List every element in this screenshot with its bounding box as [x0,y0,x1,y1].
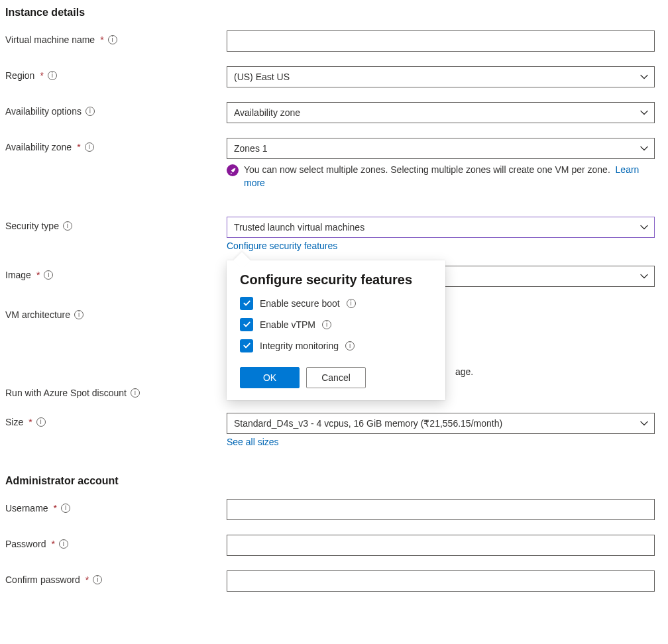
required-star: * [40,70,43,81]
chevron-down-icon [640,108,649,117]
chevron-down-icon [640,144,649,153]
required-star: * [51,539,54,549]
vm-name-input[interactable] [227,30,655,52]
zones-hint-text: You can now select multiple zones. Selec… [244,164,610,175]
required-star: * [36,270,40,280]
configure-security-callout: Configure security features Enable secur… [227,260,445,400]
availability-zone-select[interactable]: Zones 1 [227,138,655,159]
info-icon[interactable]: i [59,539,68,549]
info-icon[interactable]: i [48,71,57,80]
arch-hint-peek: age. [455,366,473,377]
info-icon[interactable]: i [108,35,117,44]
vtpm-checkbox[interactable] [240,318,253,331]
configure-security-link[interactable]: Configure security features [227,241,337,251]
label-vm-architecture: VM architecture [5,309,70,320]
secure-boot-checkbox[interactable] [240,297,253,310]
label-password: Password [5,539,46,549]
secure-boot-label: Enable secure boot [260,298,340,309]
required-star: * [77,142,80,152]
callout-title: Configure security features [240,272,432,288]
region-select[interactable]: (US) East US [227,66,655,87]
label-confirm-password: Confirm password [5,574,80,585]
availability-zone-hint: You can now select multiple zones. Selec… [227,163,655,190]
label-size: Size [5,417,23,427]
label-image: Image [5,270,31,280]
required-star: * [54,503,57,513]
availability-zone-value: Zones 1 [234,143,268,154]
availability-options-select[interactable]: Availability zone [227,102,655,123]
label-availability-options: Availability options [5,106,82,117]
chevron-down-icon [640,272,649,281]
info-icon[interactable]: i [61,504,70,513]
info-icon[interactable]: i [322,320,331,329]
chevron-down-icon [640,419,649,428]
required-star: * [85,574,89,585]
region-value: (US) East US [234,72,290,82]
info-icon[interactable]: i [85,142,94,152]
info-icon[interactable]: i [347,299,356,308]
info-icon[interactable]: i [74,310,84,319]
info-icon[interactable]: i [44,270,53,280]
label-security-type: Security type [5,221,59,231]
info-icon[interactable]: i [345,341,355,350]
confirm-password-input[interactable] [227,570,655,592]
chevron-down-icon [640,223,649,232]
label-region: Region [5,70,34,81]
see-all-sizes-link[interactable]: See all sizes [227,437,279,447]
required-star: * [28,417,32,427]
section-instance-details: Instance details [5,7,663,19]
callout-ok-button[interactable]: OK [240,367,300,388]
username-input[interactable] [227,499,655,520]
info-icon[interactable]: i [63,221,72,231]
label-availability-zone: Availability zone [5,142,72,152]
info-icon[interactable]: i [85,107,95,116]
label-spot-discount: Run with Azure Spot discount [5,388,127,398]
section-admin-account: Administrator account [5,475,663,487]
info-icon[interactable]: i [93,575,102,584]
rocket-icon [227,164,239,176]
availability-options-value: Availability zone [234,107,300,118]
label-username: Username [5,503,48,513]
integrity-monitoring-checkbox[interactable] [240,339,253,352]
password-input[interactable] [227,535,655,556]
required-star: * [100,34,103,45]
info-icon[interactable]: i [36,417,46,427]
info-icon[interactable]: i [131,388,140,398]
callout-cancel-button[interactable]: Cancel [306,367,366,388]
integrity-monitoring-label: Integrity monitoring [260,341,339,351]
size-value: Standard_D4s_v3 - 4 vcpus, 16 GiB memory… [234,418,502,429]
size-select[interactable]: Standard_D4s_v3 - 4 vcpus, 16 GiB memory… [227,413,655,434]
chevron-down-icon [640,72,649,81]
vtpm-label: Enable vTPM [260,319,315,330]
security-type-value: Trusted launch virtual machines [234,222,364,233]
security-type-select[interactable]: Trusted launch virtual machines [227,217,655,238]
label-vm-name: Virtual machine name [5,34,95,45]
